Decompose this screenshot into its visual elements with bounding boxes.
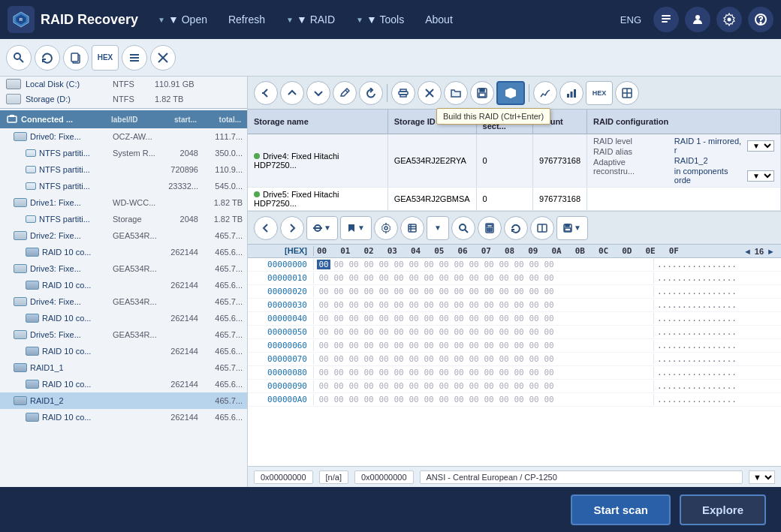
raid-row-1[interactable]: Drive5: Fixed Hitachi HDP7250... GEA534R… <box>248 188 781 211</box>
hex-byte-5-7[interactable]: 00 <box>422 327 436 337</box>
hex-byte-8-5[interactable]: 00 <box>392 368 406 377</box>
hex-byte-10-14[interactable]: 00 <box>527 395 541 404</box>
hex-settings[interactable] <box>374 216 398 240</box>
hex-byte-10-0[interactable]: 00 <box>317 395 330 404</box>
hex-byte-1-10[interactable]: 00 <box>467 273 481 283</box>
hex-byte-10-7[interactable]: 00 <box>422 395 436 404</box>
hex-byte-8-1[interactable]: 00 <box>332 368 345 377</box>
hex-byte-0-3[interactable]: 00 <box>362 260 375 269</box>
hex-byte-5-12[interactable]: 00 <box>497 327 511 337</box>
hex-byte-2-15[interactable]: 00 <box>542 287 556 296</box>
hex-byte-8-3[interactable]: 00 <box>362 368 375 377</box>
hex-byte-7-4[interactable]: 00 <box>377 354 390 364</box>
hex-byte-10-9[interactable]: 00 <box>452 395 466 404</box>
hex-byte-0-15[interactable]: 00 <box>542 260 556 269</box>
hex-byte-3-4[interactable]: 00 <box>377 300 390 310</box>
hex-byte-10-8[interactable]: 00 <box>437 395 451 404</box>
hex-row-10[interactable]: 000000A000000000000000000000000000000000… <box>248 393 781 407</box>
hex-byte-8-2[interactable]: 00 <box>347 368 360 377</box>
hex-byte-7-10[interactable]: 00 <box>467 354 481 364</box>
hex-byte-0-13[interactable]: 00 <box>512 260 526 269</box>
hex-byte-0-5[interactable]: 00 <box>392 260 406 269</box>
hex-byte-4-2[interactable]: 00 <box>347 314 360 323</box>
settings-button[interactable] <box>716 7 742 32</box>
hex-byte-1-7[interactable]: 00 <box>422 273 436 283</box>
hex-byte-6-10[interactable]: 00 <box>467 341 481 350</box>
hex-byte-5-3[interactable]: 00 <box>362 327 375 337</box>
drive-item-17[interactable]: RAID 10 co... 262144 465.6... <box>0 409 247 425</box>
hex-byte-5-5[interactable]: 00 <box>392 327 406 337</box>
hex-byte-10-6[interactable]: 00 <box>407 395 421 404</box>
hex-byte-0-6[interactable]: 00 <box>407 260 421 269</box>
drive-item-7[interactable]: RAID 10 co... 262144 465.6... <box>0 244 247 260</box>
hex-byte-10-3[interactable]: 00 <box>362 395 375 404</box>
drive-item-2[interactable]: NTFS partiti... 720896 110.9... <box>0 161 247 178</box>
hex-byte-1-1[interactable]: 00 <box>332 273 345 283</box>
hex-byte-8-0[interactable]: 00 <box>317 368 330 377</box>
hex-back[interactable] <box>254 216 278 240</box>
hex-byte-1-9[interactable]: 00 <box>452 273 466 283</box>
hex-byte-1-5[interactable]: 00 <box>392 273 406 283</box>
hex-byte-7-1[interactable]: 00 <box>332 354 345 364</box>
hex-byte-4-1[interactable]: 00 <box>332 314 345 323</box>
hex-byte-2-3[interactable]: 00 <box>362 287 375 296</box>
raid-edit[interactable] <box>333 81 357 105</box>
hex-byte-3-3[interactable]: 00 <box>362 300 375 310</box>
hex-byte-5-6[interactable]: 00 <box>407 327 421 337</box>
hex-row-1[interactable]: 0000001000000000000000000000000000000000… <box>248 272 781 285</box>
hex-byte-0-11[interactable]: 00 <box>482 260 496 269</box>
hex-byte-6-6[interactable]: 00 <box>407 341 421 350</box>
hex-byte-9-8[interactable]: 00 <box>437 381 451 391</box>
hex-byte-8-6[interactable]: 00 <box>407 368 421 377</box>
hex-byte-5-0[interactable]: 00 <box>317 327 330 337</box>
hex-byte-8-13[interactable]: 00 <box>512 368 526 377</box>
hex-byte-7-0[interactable]: 00 <box>317 354 330 364</box>
hex-byte-7-7[interactable]: 00 <box>422 354 436 364</box>
drive-item-1[interactable]: NTFS partiti... System R... 2048 350.0..… <box>0 145 247 161</box>
drive-item-16[interactable]: RAID1_2 465.7... <box>0 392 247 409</box>
start-scan-button[interactable]: Start scan <box>571 494 671 525</box>
hex-byte-10-5[interactable]: 00 <box>392 395 406 404</box>
adaptive-select[interactable]: ▼ <box>747 170 774 182</box>
hex-byte-6-14[interactable]: 00 <box>527 341 541 350</box>
menu-raid[interactable]: ▼ ▼ RAID <box>277 9 344 30</box>
hex-byte-4-4[interactable]: 00 <box>377 314 390 323</box>
hex-byte-3-7[interactable]: 00 <box>422 300 436 310</box>
raid-build-button[interactable] <box>496 81 525 105</box>
raid-hex-view[interactable]: HEX <box>586 81 613 105</box>
hex-forward[interactable] <box>280 216 304 240</box>
raid-nav-down[interactable] <box>306 81 330 105</box>
hex-byte-0-12[interactable]: 00 <box>497 260 511 269</box>
hex-byte-0-14[interactable]: 00 <box>527 260 541 269</box>
hex-byte-9-10[interactable]: 00 <box>467 381 481 391</box>
hex-byte-8-9[interactable]: 00 <box>452 368 466 377</box>
hex-byte-2-6[interactable]: 00 <box>407 287 421 296</box>
hex-byte-3-0[interactable]: 00 <box>317 300 330 310</box>
hex-byte-3-11[interactable]: 00 <box>482 300 496 310</box>
hex-byte-1-11[interactable]: 00 <box>482 273 496 283</box>
hex-byte-9-7[interactable]: 00 <box>422 381 436 391</box>
hex-byte-8-12[interactable]: 00 <box>497 368 511 377</box>
hex-byte-3-2[interactable]: 00 <box>347 300 360 310</box>
drive-item-15[interactable]: RAID 10 co... 262144 465.6... <box>0 376 247 392</box>
hex-byte-6-7[interactable]: 00 <box>422 341 436 350</box>
hex-byte-0-4[interactable]: 00 <box>377 260 390 269</box>
hex-byte-4-6[interactable]: 00 <box>407 314 421 323</box>
hex-byte-1-6[interactable]: 00 <box>407 273 421 283</box>
hex-byte-4-13[interactable]: 00 <box>512 314 526 323</box>
hex-page-next[interactable]: ► <box>767 247 775 256</box>
search-button[interactable] <box>6 45 32 71</box>
raid-grid[interactable] <box>615 81 639 105</box>
hex-byte-1-14[interactable]: 00 <box>527 273 541 283</box>
drive-item-6[interactable]: Drive2: Fixe... GEA534R... 465.7... <box>0 227 247 244</box>
hex-byte-2-11[interactable]: 00 <box>482 287 496 296</box>
hex-nav-split[interactable]: ▼ <box>306 216 338 240</box>
hex-byte-5-2[interactable]: 00 <box>347 327 360 337</box>
hex-byte-2-2[interactable]: 00 <box>347 287 360 296</box>
hex-byte-9-6[interactable]: 00 <box>407 381 421 391</box>
language-selector[interactable]: ENG <box>614 11 647 29</box>
hex-byte-0-10[interactable]: 00 <box>467 260 481 269</box>
hex-byte-8-14[interactable]: 00 <box>527 368 541 377</box>
hex-byte-6-3[interactable]: 00 <box>362 341 375 350</box>
hex-byte-5-4[interactable]: 00 <box>377 327 390 337</box>
